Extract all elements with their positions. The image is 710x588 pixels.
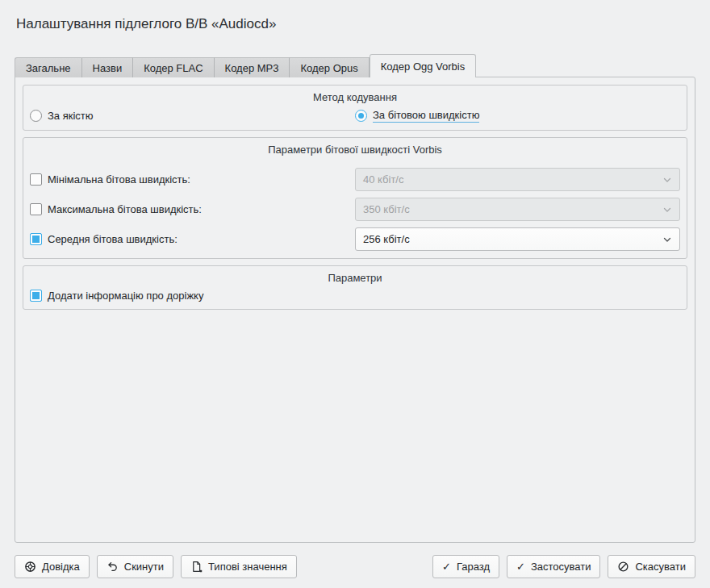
defaults-button[interactable]: Типові значення: [181, 555, 297, 578]
tab-mp3-encoder[interactable]: Кодер MP3: [215, 57, 290, 77]
add-track-info-checkbox[interactable]: [30, 290, 42, 302]
tab-flac-encoder[interactable]: Кодер FLAC: [133, 57, 214, 77]
quality-radio-label[interactable]: За якістю: [48, 110, 94, 122]
tab-general[interactable]: Загальне: [15, 57, 82, 77]
add-track-info-option[interactable]: Додати інформацію про доріжку: [30, 290, 680, 302]
max-bitrate-combobox: 350 кбіт/с: [355, 198, 680, 221]
avg-bitrate-row: Середня бітова швидкість: 256 кбіт/с: [30, 227, 680, 251]
apply-button[interactable]: ✓ Застосувати: [507, 555, 600, 578]
ok-button-label: Гаразд: [457, 561, 490, 573]
apply-button-label: Застосувати: [531, 561, 591, 573]
max-bitrate-checkbox-option[interactable]: Максимальна бітова швидкість:: [30, 203, 355, 215]
min-bitrate-value: 40 кбіт/с: [363, 173, 403, 186]
bitrate-radio-option[interactable]: За бітовою швидкістю: [355, 109, 680, 123]
min-bitrate-checkbox-option[interactable]: Мінімальна бітова швидкість:: [30, 173, 355, 186]
check-icon: ✓: [442, 561, 451, 572]
lifebuoy-icon: [24, 561, 36, 573]
check-icon: ✓: [516, 561, 525, 572]
reset-button-label: Скинути: [124, 561, 164, 573]
add-track-info-label[interactable]: Додати інформацію про доріжку: [48, 290, 203, 302]
bitrate-radio[interactable]: [355, 110, 367, 122]
button-bar: Довідка Скинути: [15, 555, 695, 578]
tab-content-frame: Метод кодування За якістю За бітовою шви…: [15, 77, 695, 543]
cancel-button[interactable]: Скасувати: [608, 555, 695, 578]
cancel-button-label: Скасувати: [635, 561, 686, 573]
help-button[interactable]: Довідка: [15, 555, 90, 578]
avg-bitrate-value: 256 кбіт/с: [363, 233, 410, 245]
max-bitrate-row: Максимальна бітова швидкість: 350 кбіт/с: [30, 198, 680, 221]
avg-bitrate-combobox[interactable]: 256 кбіт/с: [355, 227, 680, 251]
chevron-down-icon: [662, 235, 672, 244]
chevron-down-icon: [662, 205, 672, 215]
tab-opus-encoder[interactable]: Кодер Opus: [290, 57, 369, 77]
avg-bitrate-label[interactable]: Середня бітова швидкість:: [48, 233, 178, 245]
group-vorbis-bitrate-title: Параметри бітової швидкості Vorbis: [30, 140, 680, 161]
min-bitrate-row: Мінімальна бітова швидкість: 40 кбіт/с: [30, 168, 680, 191]
avg-bitrate-checkbox[interactable]: [30, 233, 42, 245]
reset-button[interactable]: Скинути: [97, 555, 173, 578]
undo-icon: [106, 561, 119, 573]
defaults-button-label: Типові значення: [208, 561, 287, 573]
tab-bar: Загальне Назви Кодер FLAC Кодер MP3 Коде…: [15, 54, 476, 77]
avg-bitrate-checkbox-option[interactable]: Середня бітова швидкість:: [30, 233, 355, 245]
document-icon: [190, 561, 203, 573]
group-options-title: Параметри: [30, 269, 680, 290]
max-bitrate-value: 350 кбіт/с: [363, 203, 410, 215]
help-button-label: Довідка: [42, 561, 80, 573]
min-bitrate-label[interactable]: Мінімальна бітова швидкість:: [48, 173, 190, 186]
bitrate-radio-label[interactable]: За бітовою швидкістю: [373, 109, 479, 123]
tab-names[interactable]: Назви: [82, 57, 134, 77]
min-bitrate-checkbox[interactable]: [30, 173, 42, 186]
group-encoding-method: Метод кодування За якістю За бітовою шви…: [23, 85, 687, 131]
page-title: Налаштування підлеглого В/В «Audiocd»: [16, 16, 276, 32]
cancel-icon: [617, 561, 629, 573]
group-vorbis-bitrate: Параметри бітової швидкості Vorbis Мінім…: [23, 137, 687, 259]
min-bitrate-combobox: 40 кбіт/с: [355, 168, 680, 191]
group-options: Параметри Додати інформацію про доріжку: [23, 265, 687, 310]
max-bitrate-label[interactable]: Максимальна бітова швидкість:: [48, 203, 202, 215]
ok-button[interactable]: ✓ Гаразд: [432, 555, 499, 578]
chevron-down-icon: [662, 175, 672, 185]
group-encoding-method-title: Метод кодування: [30, 88, 680, 109]
quality-radio-option[interactable]: За якістю: [30, 110, 355, 122]
max-bitrate-checkbox[interactable]: [30, 203, 42, 215]
tab-ogg-vorbis-encoder[interactable]: Кодер Ogg Vorbis: [370, 54, 477, 77]
quality-radio[interactable]: [30, 110, 42, 122]
